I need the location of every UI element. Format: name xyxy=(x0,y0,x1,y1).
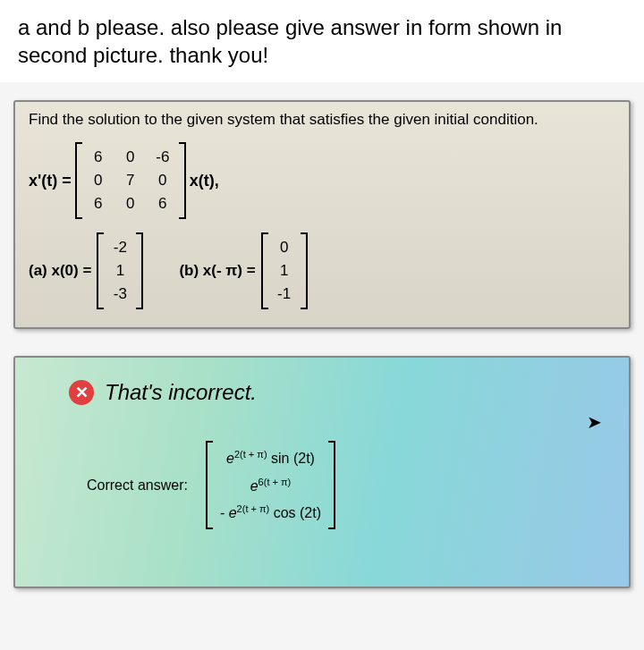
problem-panel: Find the solution to the given system th… xyxy=(13,100,631,329)
vec-cell: -2 xyxy=(109,236,131,259)
matrix-cell: 0 xyxy=(120,146,141,169)
feedback-panel: ✕ That's incorrect. ➤ Correct answer: e2… xyxy=(13,356,631,588)
matrix-cell: 0 xyxy=(152,169,174,192)
x-icon: ✕ xyxy=(69,380,94,405)
matrix-cell: 6 xyxy=(152,192,174,215)
matrix-cell: 6 xyxy=(88,192,109,215)
matrix-cell: 0 xyxy=(88,169,109,192)
answer-cell-3: - e2(t + π) cos (2t) xyxy=(218,499,323,526)
eq-lhs: x'(t) = xyxy=(29,172,72,190)
initial-conditions: (a) x(0) = -2 1 -3 (b) x(- π) = 0 1 -1 xyxy=(29,232,615,309)
condition-a: (a) x(0) = -2 1 -3 xyxy=(29,232,143,309)
matrix-cell: 6 xyxy=(88,146,109,169)
vec-cell: 1 xyxy=(274,259,295,283)
matrix-cell: 7 xyxy=(120,169,141,192)
vector-a: -2 1 -3 xyxy=(97,232,143,309)
answer-vector: e2(t + π) sin (2t) e6(t + π) - e2(t + π)… xyxy=(206,441,335,529)
system-equation: x'(t) = 6 0 -6 0 7 0 6 0 6 xyxy=(29,142,615,219)
vec-cell: 0 xyxy=(274,236,295,259)
incorrect-text: That's incorrect. xyxy=(105,380,257,405)
matrix-cell: -6 xyxy=(152,146,174,169)
vec-cell: -3 xyxy=(109,283,131,306)
condition-b: (b) x(- π) = 0 1 -1 xyxy=(179,232,307,309)
matrix-cell: 0 xyxy=(120,192,141,215)
answer-cell-2: e6(t + π) xyxy=(225,472,315,499)
correct-answer-row: Correct answer: e2(t + π) sin (2t) e6(t … xyxy=(87,441,611,529)
vector-b: 0 1 -1 xyxy=(261,232,308,309)
vec-cell: -1 xyxy=(274,283,295,306)
matrix-A: 6 0 -6 0 7 0 6 0 6 xyxy=(75,142,186,219)
problem-statement: Find the solution to the given system th… xyxy=(29,111,615,129)
cond-b-label: (b) x(- π) = xyxy=(179,262,255,280)
cursor-icon: ➤ xyxy=(587,411,602,433)
vec-cell: 1 xyxy=(109,259,131,283)
correct-answer-label: Correct answer: xyxy=(87,477,188,494)
incorrect-banner: ✕ That's incorrect. xyxy=(69,380,611,405)
cond-a-label: (a) x(0) = xyxy=(29,262,91,280)
answer-cell-1: e2(t + π) sin (2t) xyxy=(225,444,317,471)
eq-rhs: x(t), xyxy=(190,172,219,190)
user-request-text: a and b please. also please give answer … xyxy=(0,0,644,82)
